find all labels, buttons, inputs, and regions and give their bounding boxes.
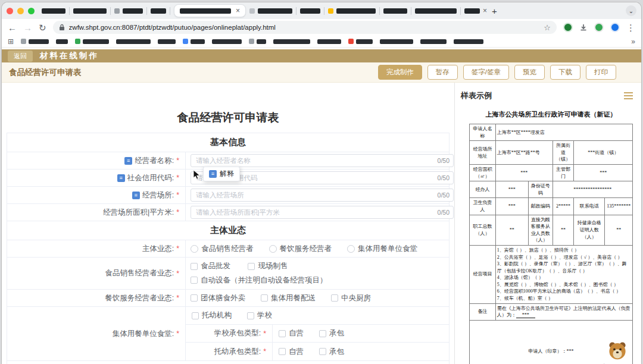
checkbox-nursery[interactable]: 托幼机构 — [192, 310, 232, 321]
explain-icon[interactable]: ≡ — [117, 174, 125, 182]
redacted-bookmark[interactable] — [420, 39, 447, 44]
premises-input[interactable] — [191, 192, 453, 199]
redacted-bookmark[interactable] — [75, 39, 109, 44]
redacted-bookmark[interactable] — [116, 39, 151, 44]
redacted-tab[interactable] — [383, 8, 407, 14]
tooltip-label: 解释 — [220, 169, 234, 179]
redacted-bookmark[interactable] — [212, 39, 242, 44]
traffic-lights — [7, 8, 35, 14]
nursery-contract-row: 托幼承包类型: * 自营 承包 — [186, 343, 449, 360]
redacted-tab[interactable] — [328, 8, 376, 14]
checkbox-school-contracted[interactable]: 承包 — [319, 328, 344, 338]
checkbox-icon — [192, 312, 199, 319]
form-row-premises: ≡ 经营场所: * 0/50 — [7, 187, 449, 204]
checkbox-icon — [279, 330, 286, 337]
active-tab[interactable]: × — [174, 4, 246, 17]
redacted-bookmark[interactable] — [56, 39, 68, 44]
reload-icon[interactable]: ↻ — [39, 23, 46, 32]
checkbox-nursery-self-run[interactable]: 自营 — [279, 347, 304, 357]
checkbox-icon — [319, 348, 326, 355]
radio-canteen[interactable]: 集体用餐单位食堂 — [347, 244, 417, 254]
back-button[interactable]: 返回 — [8, 51, 33, 62]
new-tab-button[interactable]: + — [492, 6, 497, 16]
explain-icon[interactable]: ≡ — [124, 157, 132, 165]
page-title: 食品经营许可申请表 — [9, 67, 82, 78]
redacted-bookmark[interactable] — [21, 39, 49, 44]
extension-icon[interactable] — [563, 23, 573, 32]
checkbox-wholesale[interactable]: 食品批发 — [191, 261, 230, 271]
redacted-tab[interactable]: × — [464, 7, 487, 14]
redacted-tab[interactable] — [114, 8, 143, 14]
table-row: 备注 需在《上海市公共场所卫生许可证》上注明的法定代表人（负责人）为：*** — [470, 303, 633, 320]
radio-food-seller[interactable]: 食品销售经营者 — [191, 244, 254, 254]
forward-nav-icon[interactable]: → — [23, 23, 32, 32]
app-header: 返回 材料在线制作 — [2, 49, 641, 62]
menu-icon[interactable] — [622, 90, 635, 102]
redacted-tab[interactable] — [249, 8, 292, 14]
field-label: ≡ 经营者名称: * — [7, 152, 186, 169]
close-tab-icon[interactable]: × — [236, 7, 240, 14]
download-button[interactable]: 下载 — [550, 65, 580, 80]
operator-name-input-wrap: 0/50 — [191, 154, 454, 167]
radio-catering-service[interactable]: 餐饮服务经营者 — [269, 244, 332, 254]
redacted-bookmark[interactable] — [348, 39, 373, 44]
preview-button[interactable]: 预览 — [514, 65, 545, 80]
bookmark-star-icon[interactable]: ☆ — [544, 23, 551, 32]
redacted-tab[interactable] — [42, 8, 65, 14]
redacted-tab[interactable] — [151, 8, 166, 14]
option-label: 自营 — [289, 328, 304, 338]
account-badge-icon[interactable] — [610, 23, 620, 32]
operator-name-input[interactable] — [191, 157, 453, 164]
sign-seal-button[interactable]: 签字/签章 — [463, 65, 509, 80]
redacted-tab[interactable] — [73, 8, 107, 14]
field-label: 主体业态: * — [7, 240, 186, 257]
tab-search-chevron-icon[interactable]: ⌄ — [626, 5, 636, 16]
redacted-bookmark[interactable] — [317, 39, 341, 44]
checkbox-vending-machine[interactable]: 自动设备（并注明自动设备经营项目） — [191, 275, 327, 285]
bookmarks-overflow-icon[interactable]: » — [631, 37, 635, 46]
redacted-bookmark[interactable] — [273, 39, 310, 44]
checkbox-onsite-making[interactable]: 现场制售 — [248, 261, 288, 271]
required-asterisk: * — [263, 330, 266, 338]
profile-avatar[interactable] — [594, 23, 604, 32]
checkbox-school[interactable]: 学校 — [247, 310, 272, 321]
minimize-window-button[interactable] — [17, 8, 24, 14]
redacted-bookmark[interactable] — [380, 39, 413, 44]
redacted-bookmark[interactable] — [249, 39, 266, 44]
redacted-tab[interactable] — [415, 8, 457, 14]
complete-button[interactable]: 完成制作 — [378, 65, 422, 80]
required-asterisk: * — [176, 244, 179, 253]
url-bar[interactable]: zwfw.shpt.gov.cn:8087/ptdt/ptzwdt/putuo/… — [53, 21, 557, 34]
save-draft-button[interactable]: 暂存 — [427, 65, 458, 80]
print-button[interactable]: 打印 — [586, 65, 616, 80]
area-input[interactable] — [191, 209, 453, 216]
checkbox-central-kitchen[interactable]: 中央厨房 — [331, 293, 371, 303]
redacted-tab[interactable] — [300, 8, 320, 14]
redacted-bookmark[interactable] — [454, 39, 483, 44]
tab-strip: × × + ⌄ — [2, 2, 641, 19]
close-window-button[interactable] — [7, 8, 13, 14]
apps-grid-icon[interactable]: ⊞ — [8, 37, 14, 46]
explain-icon[interactable]: ≡ — [132, 192, 140, 199]
checkbox-nursery-contracted[interactable]: 承包 — [319, 347, 344, 357]
checkbox-group-meal-delivery[interactable]: 集体用餐配送 — [261, 293, 316, 303]
download-icon[interactable] — [579, 23, 588, 32]
checkbox-group-meal-takeout[interactable]: 团体膳食外卖 — [191, 293, 245, 303]
redacted-bookmark[interactable] — [158, 39, 176, 44]
close-tab-icon[interactable]: × — [483, 7, 487, 14]
table-row: 经营项目 1、宾馆（ ）、旅店（ ）、招待所（ ） 2、公共浴室（ ）、足浴（ … — [470, 245, 633, 303]
back-nav-icon[interactable]: ← — [8, 23, 17, 32]
table-row: 经营场所地址 上海市**区**路**号 所属街道（镇） ***街道（镇） — [470, 141, 633, 165]
label-text: 社会信用代码: — [127, 173, 174, 183]
checkbox-school-self-run[interactable]: 自营 — [279, 328, 304, 338]
redacted-bookmark[interactable] — [183, 39, 205, 44]
field-label: 学校承包类型: * — [186, 325, 273, 342]
field-value: 食品批发 现场制售 自动设备（并注明自动设备经营项目） — [186, 258, 449, 289]
char-counter: 0/50 — [438, 174, 450, 181]
checkbox-icon — [248, 263, 255, 270]
tab-separator — [69, 7, 70, 15]
site-info-lock-icon[interactable] — [59, 24, 65, 31]
zoom-window-button[interactable] — [28, 8, 35, 14]
label-text: 经营场所: — [142, 190, 174, 200]
kebab-menu-icon[interactable]: ⋮ — [626, 23, 635, 32]
